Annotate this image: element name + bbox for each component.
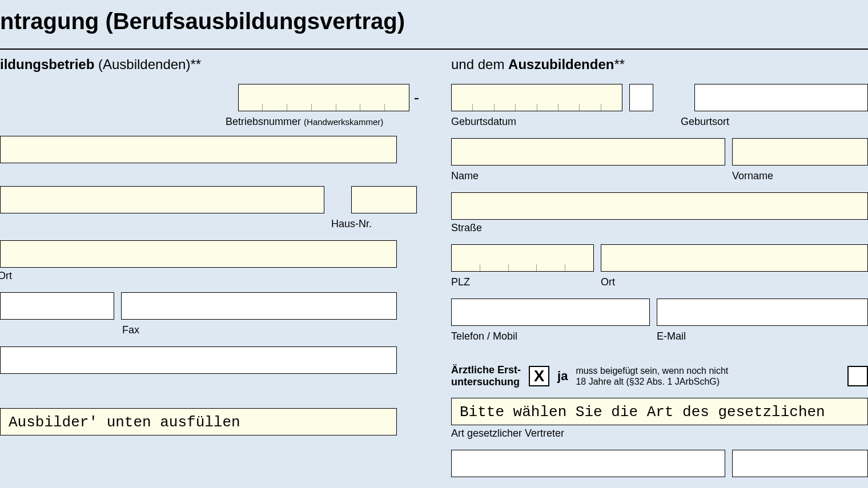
company-section: ildungsbetrieb (Ausbildenden)** - Betrie… [0,57,417,479]
hausnr-label: Haus-Nr. [331,218,372,230]
lastname-input[interactable] [451,138,725,166]
dash: - [414,88,419,107]
strasse-label: Straße [451,222,868,234]
company-heading: ildungsbetrieb (Ausbildenden)** [0,57,417,72]
company-hausnr-input[interactable] [351,186,417,213]
company-city-input[interactable] [0,240,397,268]
telefon-label: Telefon / Mobil [451,330,657,342]
company-street-input[interactable] [0,186,324,213]
company-name-input[interactable] [0,136,397,163]
birthdate-input[interactable] [451,84,622,111]
medical-exam-yes-checkbox[interactable]: X [529,366,549,386]
company-fax-input[interactable] [121,292,397,320]
trainee-email-input[interactable] [657,299,868,326]
trainee-heading: und dem Auszubildenden** [451,57,868,72]
guardian-type-select[interactable]: Bitte wählen Sie die Art des gesetzliche… [451,398,868,425]
birthdate-label: Geburtsdatum [451,116,681,128]
trainee-city-input[interactable] [601,244,868,272]
plz-label: PLZ [451,276,601,288]
birthplace-input[interactable] [694,84,868,111]
guardian-firstname-input[interactable] [732,450,868,477]
company-ort-label: Ort [0,270,397,282]
guardian-type-label: Art gesetzlicher Vertreter [451,427,868,439]
trainee-phone-input[interactable] [451,299,650,326]
betriebsnummer-label: Betriebsnummer (Handwerkskammer) [226,116,383,128]
firstname-input[interactable] [732,138,868,166]
birthplace-label: Geburtsort [681,116,729,128]
page-title: ntragung (Berufsausbildungsvertrag) [0,9,868,34]
fax-label: Fax [122,324,139,336]
yes-label: ja [557,369,568,384]
guardian-name-input[interactable] [451,450,725,477]
email-label: E-Mail [657,330,686,342]
betriebsnummer-input[interactable] [238,84,409,111]
birthdate-extra-input[interactable] [629,84,653,111]
trainee-plz-input[interactable] [451,244,594,272]
company-extra-input[interactable] [0,346,397,374]
trainee-street-input[interactable] [451,192,868,220]
company-phone-input[interactable] [0,292,114,320]
trainee-ort-label: Ort [601,276,615,288]
medical-exam-row: Ärztliche Erst- untersuchung X ja muss b… [451,364,868,388]
trainee-section: und dem Auszubildenden** Geburtsdatu [451,57,868,479]
divider [0,49,868,50]
vorname-label: Vorname [732,170,773,182]
medical-exam-label: Ärztliche Erst- untersuchung [451,364,521,388]
name-label: Name [451,170,732,182]
ausbilder-select[interactable]: Ausbilder' unten ausfüllen [0,408,397,435]
medical-exam-note: muss beigefügt sein, wenn noch nicht 18 … [576,365,728,387]
medical-exam-extra-checkbox[interactable] [847,366,868,386]
